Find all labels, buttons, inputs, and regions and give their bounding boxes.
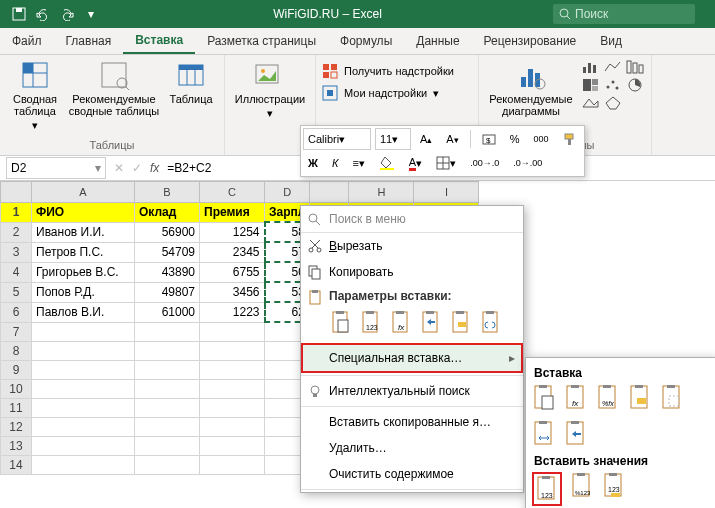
paste-keep-source-icon[interactable] — [628, 384, 652, 412]
paste-formulas-icon[interactable]: fx — [564, 384, 588, 412]
col-header[interactable]: H — [349, 182, 414, 203]
chart-type-line[interactable] — [603, 59, 623, 75]
tab-view[interactable]: Вид — [588, 28, 634, 54]
svg-rect-79 — [542, 396, 553, 409]
svg-rect-33 — [583, 79, 591, 91]
menu-smart-lookup[interactable]: Интеллектуальный поиск — [301, 378, 523, 404]
grow-font-icon[interactable]: A▴ — [415, 128, 437, 150]
paste-transpose-icon[interactable] — [419, 309, 443, 337]
chart-type-radar[interactable] — [603, 95, 623, 111]
font-color-icon[interactable]: A▾ — [404, 152, 427, 174]
menu-clear[interactable]: Очистить содержимое — [301, 461, 523, 475]
svg-rect-61 — [338, 320, 348, 332]
percent-icon[interactable]: % — [505, 128, 525, 150]
svg-point-16 — [261, 69, 265, 73]
formula-bar[interactable]: =B2+C2 — [159, 161, 211, 175]
col-header[interactable]: B — [135, 182, 200, 203]
comma-icon[interactable]: 000 — [528, 128, 553, 150]
font-combo[interactable]: Calibri ▾ — [303, 128, 371, 150]
svg-rect-81 — [571, 385, 579, 388]
col-header[interactable]: D — [265, 182, 310, 203]
menu-search[interactable]: Поиск в меню — [301, 206, 523, 233]
cancel-icon[interactable]: ✕ — [114, 161, 124, 175]
svg-rect-100 — [577, 473, 585, 475]
shrink-font-icon[interactable]: A▾ — [441, 128, 463, 150]
chart-type-treemap[interactable] — [581, 77, 601, 93]
tab-data[interactable]: Данные — [404, 28, 471, 54]
paste-col-width-icon[interactable] — [532, 420, 556, 448]
menu-cut[interactable]: ВВырезатьырезать — [301, 233, 523, 259]
svg-rect-56 — [312, 269, 320, 279]
svg-point-52 — [317, 248, 321, 252]
tab-file[interactable]: Файл — [0, 28, 54, 54]
bold-icon[interactable]: Ж — [303, 152, 323, 174]
svg-rect-72 — [458, 322, 466, 327]
illustrations-button[interactable]: Иллюстрации▾ — [231, 59, 309, 119]
paste-no-borders-icon[interactable] — [660, 384, 684, 412]
get-addins-button[interactable]: Получить надстройки — [322, 63, 454, 79]
svg-text:%fx: %fx — [602, 400, 614, 407]
tab-formulas[interactable]: Формулы — [328, 28, 404, 54]
qat-dropdown-icon[interactable]: ▾ — [80, 3, 102, 25]
scissors-icon — [307, 238, 323, 254]
col-header[interactable]: C — [200, 182, 265, 203]
recommended-pivot-button[interactable]: Рекомендуемые сводные таблицы — [68, 59, 160, 131]
size-combo[interactable]: 11 ▾ — [375, 128, 411, 150]
recommended-charts-button[interactable]: Рекомендуемые диаграммы — [485, 59, 577, 117]
align-icon[interactable]: ≡▾ — [347, 152, 369, 174]
paste-all-icon[interactable] — [532, 384, 556, 412]
tab-home[interactable]: Главная — [54, 28, 124, 54]
svg-rect-32 — [639, 65, 643, 73]
tab-insert[interactable]: Вставка — [123, 28, 195, 54]
mini-toolbar: Calibri ▾ 11 ▾ A▴ A▾ $ % 000 Ж К ≡▾ A▾ ▾… — [300, 125, 585, 177]
svg-rect-89 — [663, 386, 679, 408]
paste-formulas-icon[interactable]: fx — [389, 309, 413, 337]
table-button[interactable]: Таблица — [164, 59, 218, 131]
confirm-icon[interactable]: ✓ — [132, 161, 142, 175]
col-header[interactable]: I — [414, 182, 479, 203]
my-addins-button[interactable]: Мои надстройки ▾ — [322, 85, 439, 101]
pivot-table-button[interactable]: Сводная таблица▾ — [6, 59, 64, 131]
accounting-icon[interactable]: $ — [477, 128, 501, 150]
menu-paste-special[interactable]: Специальная вставка…▸ — [301, 343, 523, 373]
tab-layout[interactable]: Разметка страницы — [195, 28, 328, 54]
chart-type-scatter[interactable] — [603, 77, 623, 93]
chart-type-pie[interactable] — [625, 77, 645, 93]
fill-color-icon[interactable] — [374, 152, 400, 174]
name-box[interactable]: D2▾ — [6, 157, 106, 179]
chart-type-surface[interactable] — [581, 95, 601, 111]
paste-all-icon[interactable] — [329, 309, 353, 337]
paste-formulas-format-icon[interactable]: %fx — [596, 384, 620, 412]
svg-rect-88 — [637, 398, 646, 404]
rec-pivot-icon — [98, 59, 130, 91]
redo-icon[interactable] — [56, 3, 78, 25]
menu-copy[interactable]: Копировать — [301, 259, 523, 285]
paste-values-srcfmt-icon[interactable]: 123 — [602, 472, 626, 475]
menu-insert-copied[interactable]: Вставить скопированные я… — [301, 409, 523, 435]
paste-values-numfmt-icon[interactable]: %123 — [570, 472, 594, 475]
borders-icon[interactable]: ▾ — [431, 152, 461, 174]
italic-icon[interactable]: К — [327, 152, 343, 174]
paste-transpose-icon[interactable] — [564, 420, 588, 448]
fx-icon[interactable]: fx — [150, 161, 159, 175]
paste-formatting-icon[interactable] — [449, 309, 473, 337]
svg-rect-22 — [327, 90, 333, 96]
decrease-decimal-icon[interactable]: .0→.00 — [508, 152, 547, 174]
increase-decimal-icon[interactable]: .00→.0 — [465, 152, 504, 174]
paste-options-row: 123 fx — [301, 305, 523, 343]
save-icon[interactable] — [8, 3, 30, 25]
svg-line-10 — [125, 86, 129, 90]
menu-delete[interactable]: Удалить… — [301, 435, 523, 461]
format-painter-icon[interactable] — [558, 128, 582, 150]
undo-icon[interactable] — [32, 3, 54, 25]
col-header[interactable] — [310, 182, 349, 203]
paste-link-icon[interactable] — [479, 309, 503, 337]
svg-rect-90 — [667, 385, 675, 388]
search-box[interactable]: Поиск — [553, 4, 695, 24]
chart-type-bar[interactable] — [581, 59, 601, 75]
tab-review[interactable]: Рецензирование — [472, 28, 589, 54]
paste-values-icon[interactable]: 123 — [359, 309, 383, 337]
chart-type-hist[interactable] — [625, 59, 645, 75]
col-header[interactable]: A — [32, 182, 135, 203]
svg-point-75 — [311, 386, 319, 394]
